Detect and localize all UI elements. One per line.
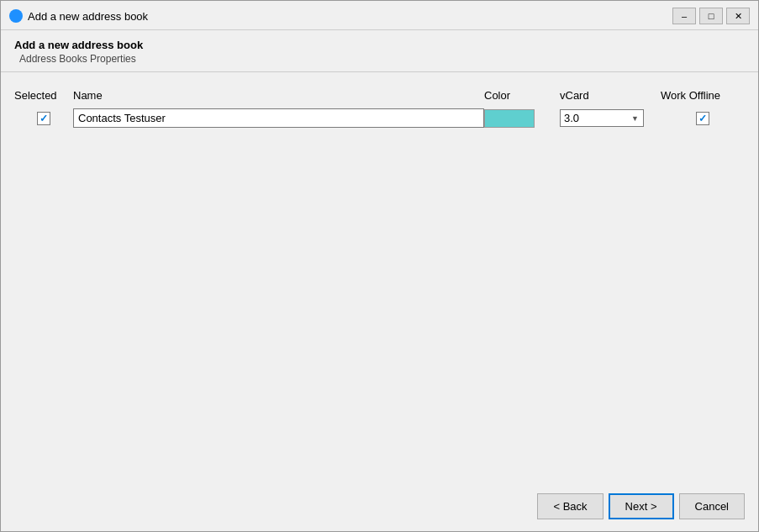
cell-color [484,109,560,128]
dialog-body: Selected Name Color vCard Work Offline 3… [1,72,758,485]
col-header-color: Color [484,89,560,102]
table-header: Selected Name Color vCard Work Offline [14,86,745,107]
minimize-button[interactable]: – [672,8,696,24]
cancel-button[interactable]: Cancel [679,493,745,519]
dialog-subtitle: Address Books Properties [19,53,745,65]
col-header-work-offline: Work Offline [661,89,745,102]
work-offline-checkbox[interactable] [696,112,709,125]
cell-selected [14,112,73,125]
cell-name [73,108,484,128]
vcard-wrapper: 3.0 4.0 [560,109,644,127]
dialog-header: Add a new address book Address Books Pro… [1,30,758,71]
window-title: Add a new address book [28,10,672,23]
back-button[interactable]: < Back [537,493,603,519]
color-swatch[interactable] [484,109,535,128]
next-button[interactable]: Next > [609,493,674,519]
title-bar: Add a new address book – □ ✕ [1,1,758,30]
table-row: 3.0 4.0 [14,107,745,129]
selected-checkbox[interactable] [37,112,50,125]
window-icon [9,9,23,23]
col-header-selected: Selected [14,89,73,102]
dialog-title: Add a new address book [14,39,745,51]
maximize-button[interactable]: □ [699,8,723,24]
window-controls: – □ ✕ [672,8,750,24]
dialog-window: Add a new address book – □ ✕ Add a new a… [0,0,759,532]
name-input[interactable] [73,108,484,128]
cell-offline [661,112,745,125]
close-button[interactable]: ✕ [726,8,750,24]
col-header-vcard: vCard [560,89,661,102]
vcard-select[interactable]: 3.0 4.0 [560,109,644,127]
col-header-name: Name [73,89,484,102]
dialog-footer: < Back Next > Cancel [1,485,758,531]
cell-vcard: 3.0 4.0 [560,109,661,127]
